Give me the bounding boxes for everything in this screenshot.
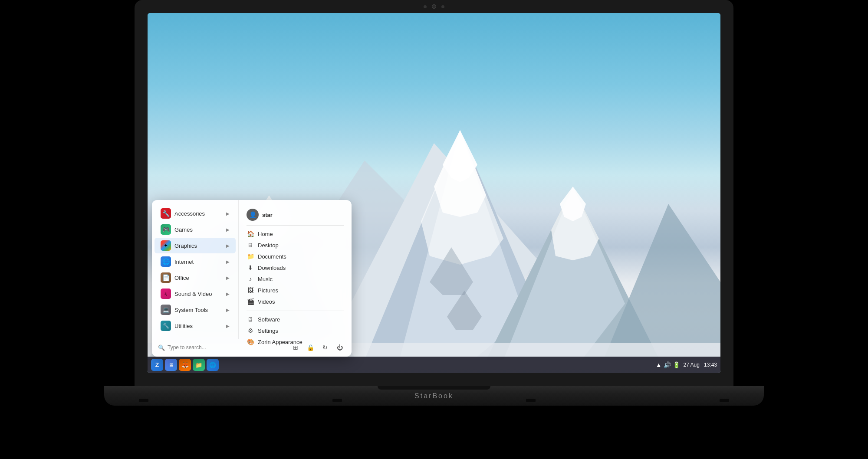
- foot-right: [720, 399, 729, 402]
- camera-lens: [432, 4, 436, 9]
- music-icon: ♪: [247, 275, 254, 282]
- taskbar-left: Z 🖥 🦊 📁 🌐: [151, 359, 219, 371]
- system-tray-icons: ▲ 🔊 🔋: [656, 361, 680, 368]
- sound-video-icon: ♫: [161, 289, 171, 299]
- sys-settings[interactable]: ⚙ Settings: [242, 325, 348, 336]
- volume-icon: 🔊: [664, 361, 671, 368]
- screenshot-button[interactable]: ⊞: [290, 342, 301, 353]
- downloads-icon: ⬇: [247, 264, 254, 271]
- category-utilities[interactable]: 🔧 Utilities ▶: [155, 318, 236, 334]
- foot-left: [139, 399, 148, 402]
- videos-icon: 🎬: [247, 298, 254, 305]
- taskbar-right: ▲ 🔊 🔋 27 Aug 13:43: [656, 361, 717, 368]
- music-label: Music: [258, 276, 273, 282]
- sound-video-label: Sound & Video: [174, 291, 223, 297]
- refresh-button[interactable]: ↻: [319, 342, 331, 353]
- hinge: [378, 386, 490, 390]
- office-label: Office: [174, 275, 223, 281]
- internet-arrow: ▶: [226, 259, 230, 264]
- taskbar-datetime: 27 Aug 13:43: [684, 362, 717, 368]
- search-input[interactable]: [168, 344, 290, 351]
- place-music[interactable]: ♪ Music: [242, 273, 348, 285]
- office-arrow: ▶: [226, 275, 230, 280]
- taskbar-date: 27 Aug: [684, 362, 700, 368]
- category-accessories[interactable]: 🔧 Accessories ▶: [155, 206, 236, 221]
- utilities-icon: 🔧: [161, 321, 171, 331]
- sound-video-arrow: ▶: [226, 292, 230, 296]
- camera-area: [424, 4, 444, 9]
- documents-icon: 📁: [247, 253, 254, 260]
- category-internet[interactable]: 🌐 Internet ▶: [155, 254, 236, 269]
- foot-center-right: [526, 399, 536, 402]
- lock-button[interactable]: 🔒: [305, 342, 316, 353]
- system-tools-arrow: ▶: [226, 308, 230, 312]
- videos-label: Videos: [258, 298, 275, 305]
- taskbar: Z 🖥 🦊 📁 🌐 ▲ 🔊 🔋 27 Aug 13:43: [148, 357, 720, 373]
- taskbar-time: 13:43: [704, 362, 717, 368]
- divider-2: [247, 311, 344, 311]
- category-system-tools[interactable]: 💻 System Tools ▶: [155, 302, 236, 318]
- laptop: Z 🖥 🦊 📁 🌐 ▲ 🔊 🔋 27 Aug 13:43: [104, 0, 764, 459]
- user-avatar-icon: 👤: [249, 211, 256, 218]
- category-sound-video[interactable]: ♫ Sound & Video ▶: [155, 286, 236, 302]
- system-tools-icon: 💻: [161, 305, 171, 315]
- user-section: 👤 star: [242, 205, 348, 223]
- home-icon: 🏠: [247, 230, 254, 237]
- pictures-icon: 🖼: [247, 287, 254, 294]
- category-graphics[interactable]: ✦ Graphics ▶: [155, 238, 236, 253]
- utilities-arrow: ▶: [226, 324, 230, 328]
- category-office[interactable]: 📄 Office ▶: [155, 270, 236, 285]
- laptop-base: StarBook: [104, 386, 764, 406]
- graphics-label: Graphics: [174, 243, 223, 249]
- camera-indicator-right: [441, 5, 444, 8]
- screen-bezel: Z 🖥 🦊 📁 🌐 ▲ 🔊 🔋 27 Aug 13:43: [135, 0, 733, 386]
- settings-cog-icon: ⚙: [247, 327, 254, 334]
- search-icon: 🔍: [158, 344, 165, 351]
- taskbar-settings-icon[interactable]: 🌐: [207, 359, 219, 371]
- start-menu: 🔧 Accessories ▶ 🎮 Games ▶ ✦ Graphics: [152, 200, 352, 357]
- games-arrow: ▶: [226, 227, 230, 232]
- menu-categories: 🔧 Accessories ▶ 🎮 Games ▶ ✦ Graphics: [152, 200, 239, 339]
- wifi-icon: ▲: [656, 361, 662, 368]
- user-name: star: [262, 212, 273, 218]
- graphics-icon: ✦: [161, 240, 171, 251]
- accessories-label: Accessories: [174, 210, 223, 217]
- battery-icon: 🔋: [673, 361, 680, 368]
- files-icon[interactable]: 🖥: [165, 359, 177, 371]
- documents-label: Documents: [258, 253, 286, 260]
- places-section: 🏠 Home 🖥 Desktop 📁 Documents: [242, 228, 348, 307]
- desktop-icon: 🖥: [247, 242, 254, 249]
- graphics-arrow: ▶: [226, 243, 230, 248]
- place-desktop[interactable]: 🖥 Desktop: [242, 239, 348, 251]
- games-label: Games: [174, 226, 223, 233]
- user-avatar: 👤: [247, 209, 259, 221]
- camera-indicator-left: [424, 5, 427, 8]
- office-icon: 📄: [161, 272, 171, 283]
- software-label: Software: [258, 316, 280, 323]
- menu-content: 🔧 Accessories ▶ 🎮 Games ▶ ✦ Graphics: [152, 200, 352, 339]
- place-home[interactable]: 🏠 Home: [242, 228, 348, 239]
- place-documents[interactable]: 📁 Documents: [242, 251, 348, 262]
- place-videos[interactable]: 🎬 Videos: [242, 296, 348, 307]
- home-label: Home: [258, 231, 273, 237]
- firefox-icon[interactable]: 🦊: [179, 359, 191, 371]
- downloads-label: Downloads: [258, 265, 286, 271]
- zorin-button[interactable]: Z: [151, 359, 163, 371]
- system-tools-label: System Tools: [174, 307, 223, 313]
- divider-1: [247, 225, 344, 226]
- screen: Z 🖥 🦊 📁 🌐 ▲ 🔊 🔋 27 Aug 13:43: [148, 13, 720, 373]
- sys-software[interactable]: 🖥 Software: [242, 314, 348, 325]
- foot-center-left: [332, 399, 342, 402]
- internet-icon: 🌐: [161, 256, 171, 267]
- svg-marker-10: [551, 187, 599, 260]
- place-pictures[interactable]: 🖼 Pictures: [242, 285, 348, 296]
- games-icon: 🎮: [161, 224, 171, 235]
- software-icon: 🖥: [247, 316, 254, 323]
- power-button[interactable]: ⏻: [334, 342, 345, 353]
- desktop-label: Desktop: [258, 242, 279, 249]
- internet-label: Internet: [174, 259, 223, 265]
- place-downloads[interactable]: ⬇ Downloads: [242, 262, 348, 273]
- nautilus-icon[interactable]: 📁: [193, 359, 205, 371]
- category-games[interactable]: 🎮 Games ▶: [155, 222, 236, 237]
- menu-actions: ⊞ 🔒 ↻ ⏻: [290, 342, 345, 353]
